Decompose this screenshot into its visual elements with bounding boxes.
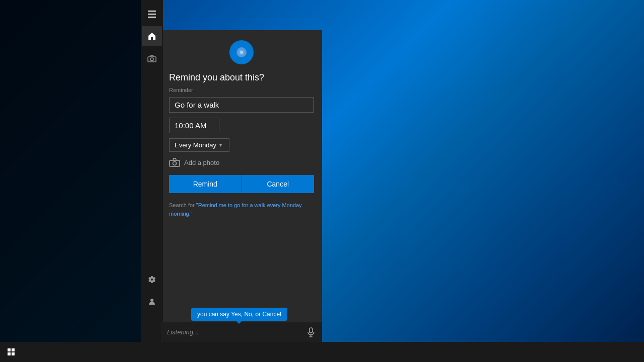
taskbar [0, 342, 644, 362]
action-buttons: Remind Cancel [169, 175, 314, 193]
camera-icon [169, 158, 180, 167]
reminder-input[interactable] [169, 97, 314, 113]
svg-point-6 [236, 47, 247, 57]
svg-rect-11 [309, 328, 312, 333]
add-photo-label: Add a photo [184, 159, 219, 166]
speech-bubble-tooltip: you can say Yes, No, or Cancel [191, 308, 287, 321]
add-photo-row[interactable]: Add a photo [169, 158, 219, 167]
svg-point-4 [150, 58, 153, 61]
listening-text: Listening... [167, 328, 306, 336]
sidebar-item-settings[interactable] [142, 269, 162, 290]
reminder-label: Reminder [169, 87, 193, 93]
search-note-prefix: Search for [169, 202, 196, 208]
sidebar-item-home[interactable] [142, 26, 162, 46]
svg-point-8 [240, 51, 243, 54]
sidebar-item-hamburger[interactable] [142, 4, 162, 24]
svg-point-7 [238, 49, 245, 55]
recurrence-dropdown[interactable]: Every Monday ▾ [169, 138, 229, 152]
listening-bar: Listening... [161, 322, 322, 342]
left-overlay [0, 0, 161, 362]
cortana-panel: Remind you about this? Reminder Every Mo… [161, 30, 322, 342]
recurrence-value: Every Monday [175, 141, 216, 149]
sidebar-item-camera[interactable] [142, 48, 162, 68]
dropdown-arrow-icon: ▾ [219, 142, 222, 148]
windows-logo-icon [8, 348, 15, 355]
sidebar-item-user[interactable] [142, 292, 162, 312]
remind-button[interactable]: Remind [169, 175, 242, 193]
start-button[interactable] [0, 342, 22, 362]
search-note: Search for "Remind me to go for a walk e… [169, 201, 314, 218]
time-input[interactable] [169, 118, 219, 133]
svg-point-5 [150, 299, 153, 302]
svg-rect-0 [148, 11, 156, 12]
microphone-icon[interactable] [306, 327, 316, 337]
svg-point-10 [173, 162, 177, 165]
svg-rect-1 [148, 14, 156, 15]
cancel-button[interactable]: Cancel [242, 175, 314, 193]
svg-rect-2 [148, 17, 156, 18]
cortana-logo [229, 40, 254, 64]
sidebar [141, 0, 163, 342]
remind-title: Remind you about this? [169, 72, 264, 83]
